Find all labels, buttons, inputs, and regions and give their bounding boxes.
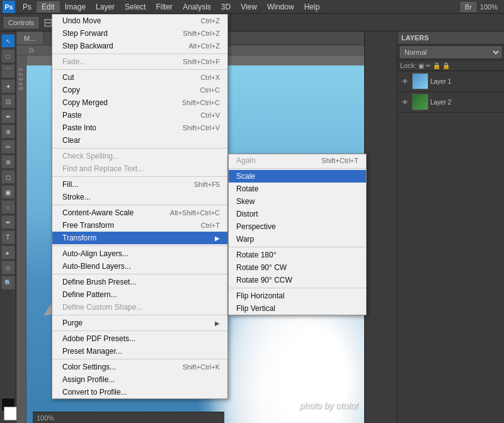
submenu-item-warp[interactable]: Warp — [229, 233, 366, 245]
menu-edit[interactable]: Edit — [37, 1, 60, 13]
menu-item-preset-manager[interactable]: Preset Manager... — [52, 345, 227, 358]
menu-item-paste-into[interactable]: Paste Into Shift+Ctrl+V — [52, 121, 227, 134]
menu-item-free-transform[interactable]: Free Transform Ctrl+T — [52, 219, 227, 232]
menu-item-content-aware-scale[interactable]: Content-Aware Scale Alt+Shift+Ctrl+C — [52, 206, 227, 219]
submenu-item-perspective[interactable]: Perspective — [229, 220, 366, 233]
menu-item-cut[interactable]: Cut Ctrl+X — [52, 71, 227, 84]
magic-wand-tool[interactable]: ✦ — [1, 79, 15, 93]
menu-item-define-pattern[interactable]: Define Pattern... — [52, 288, 227, 301]
submenu-item-distort[interactable]: Distort — [229, 208, 366, 220]
menu-item-assign-profile[interactable]: Assign Profile... — [52, 373, 227, 386]
menu-item-adobe-pdf-presets[interactable]: Adobe PDF Presets... — [52, 332, 227, 345]
menu-view[interactable]: View — [236, 1, 262, 13]
zoom-tool[interactable]: 🔍 — [1, 276, 15, 290]
submenu-item-scale[interactable]: Scale — [229, 170, 366, 183]
menu-item-copy[interactable]: Copy Ctrl+C — [52, 84, 227, 96]
dodge-tool[interactable]: ○ — [1, 200, 15, 214]
layer-mode-select[interactable]: Normal — [400, 47, 501, 58]
menu-item-auto-blend-layers[interactable]: Auto-Blend Layers... — [52, 260, 227, 273]
ruler-vertical: 1 2 3 4 5 — [16, 55, 26, 423]
crop-tool[interactable]: ⊡ — [1, 94, 15, 108]
menu-item-find-replace: Find and Replace Text... — [52, 162, 227, 175]
menu-select[interactable]: Select — [120, 1, 151, 13]
layer-item-2[interactable]: 👁 Layer 2 — [398, 92, 504, 113]
edit-menu[interactable]: Undo Move Ctrl+Z Step Forward Shift+Ctrl… — [52, 14, 228, 399]
brush-tool[interactable]: ✏ — [1, 140, 15, 154]
menu-file[interactable]: Ps — [18, 1, 37, 13]
path-selection-tool[interactable]: ▸ — [1, 245, 15, 259]
menu-item-step-forward[interactable]: Step Forward Shift+Ctrl+Z — [52, 27, 227, 40]
menu-analysis[interactable]: Analysis — [178, 1, 216, 13]
eraser-tool[interactable]: ◻ — [1, 170, 15, 184]
lock-image-icon[interactable]: ✏ — [426, 62, 431, 69]
bridge-button[interactable]: Br — [461, 2, 476, 12]
zoom-level: 100% — [37, 414, 54, 422]
canvas-tab[interactable]: M... — [16, 31, 43, 45]
menu-image[interactable]: Image — [60, 1, 91, 13]
menu-help[interactable]: Help — [299, 1, 325, 13]
background-color[interactable] — [4, 407, 18, 420]
type-tool[interactable]: T — [1, 230, 15, 244]
menu-filter[interactable]: Filter — [151, 1, 178, 13]
submenu-item-skew[interactable]: Skew — [229, 195, 366, 208]
menu-sep-9 — [52, 330, 227, 331]
menu-sep-1 — [52, 54, 227, 54]
move-tool[interactable]: ↖ — [1, 34, 15, 48]
status-bar: 100% — [33, 412, 224, 423]
layer-eye-1[interactable]: 👁 — [400, 76, 410, 86]
layers-controls: Normal — [398, 45, 504, 60]
menu-item-fill[interactable]: Fill... Shift+F5 — [52, 178, 227, 191]
menu-item-paste[interactable]: Paste Ctrl+V — [52, 109, 227, 121]
submenu-item-again: Again Shift+Ctrl+T — [229, 154, 366, 167]
menu-item-fade: Fade... Shift+Ctrl+F — [52, 55, 227, 68]
layer-eye-2[interactable]: 👁 — [400, 97, 410, 107]
ps-logo: Ps — [3, 1, 15, 13]
healing-brush-tool[interactable]: ⊕ — [1, 125, 15, 138]
layers-scroll-area — [398, 113, 504, 423]
clone-stamp-tool[interactable]: ⊗ — [1, 155, 15, 169]
left-toolbar: ↖ □ ⌒ ✦ ⊡ ✒ ⊕ ✏ ⊗ ◻ ▣ ○ ✒ T ▸ ◇ 🔍 — [0, 31, 16, 423]
layer-item-1[interactable]: 👁 Layer 1 — [398, 71, 504, 92]
menu-item-undo-move[interactable]: Undo Move Ctrl+Z — [52, 14, 227, 27]
pen-tool[interactable]: ✒ — [1, 215, 15, 229]
menu-item-step-backward[interactable]: Step Backward Alt+Ctrl+Z — [52, 40, 227, 52]
lasso-tool[interactable]: ⌒ — [1, 64, 15, 78]
menu-item-define-brush-preset[interactable]: Define Brush Preset... — [52, 276, 227, 288]
shape-tool[interactable]: ◇ — [1, 261, 15, 274]
transform-submenu[interactable]: Again Shift+Ctrl+T Scale Rotate Skew Dis… — [228, 154, 367, 315]
submenu-item-rotate-90-ccw[interactable]: Rotate 90° CCW — [229, 274, 366, 286]
submenu-item-flip-horizontal[interactable]: Flip Horizontal — [229, 290, 366, 302]
menu-3d[interactable]: 3D — [216, 1, 236, 13]
menu-item-copy-merged[interactable]: Copy Merged Shift+Ctrl+C — [52, 96, 227, 109]
marquee-tool[interactable]: □ — [1, 49, 15, 63]
eyedropper-tool[interactable]: ✒ — [1, 110, 15, 123]
menu-item-auto-align-layers[interactable]: Auto-Align Layers... — [52, 247, 227, 260]
layer-name-2: Layer 2 — [430, 99, 501, 106]
menu-item-transform[interactable]: Transform ▶ — [52, 232, 227, 244]
layers-panel: LAYERS Normal Lock: ▣ ✏ 🔒 🔒 👁 Layer 1 👁 … — [397, 31, 504, 423]
menu-window[interactable]: Window — [262, 1, 299, 13]
menu-item-clear[interactable]: Clear — [52, 134, 227, 147]
submenu-item-rotate[interactable]: Rotate — [229, 183, 366, 195]
lock-all-icon[interactable]: 🔒 — [442, 62, 450, 69]
lock-position-icon[interactable]: 🔒 — [433, 62, 440, 69]
menu-sep-8 — [52, 315, 227, 315]
menu-sep-6 — [52, 245, 227, 246]
menu-item-convert-to-profile[interactable]: Convert to Profile... — [52, 386, 227, 398]
menu-item-stroke[interactable]: Stroke... — [52, 191, 227, 203]
layer-name-1: Layer 1 — [430, 78, 501, 85]
menu-layer[interactable]: Layer — [91, 1, 120, 13]
options-btn-1[interactable]: Controls — [4, 17, 38, 28]
lock-transparent-icon[interactable]: ▣ — [418, 62, 424, 69]
menu-sep-3 — [52, 148, 227, 149]
layer-thumb-2 — [412, 94, 428, 110]
menu-item-purge[interactable]: Purge ▶ — [52, 317, 227, 329]
submenu-item-flip-vertical[interactable]: Flip Vertical — [229, 302, 366, 315]
gradient-tool[interactable]: ▣ — [1, 185, 15, 199]
layers-panel-title: LAYERS — [398, 31, 504, 45]
menu-item-color-settings[interactable]: Color Settings... Shift+Ctrl+K — [52, 361, 227, 373]
submenu-item-rotate-180[interactable]: Rotate 180° — [229, 249, 366, 261]
menu-bar: Ps Ps Edit Image Layer Select Filter Ana… — [0, 0, 504, 14]
submenu-sep-3 — [229, 288, 366, 288]
submenu-item-rotate-90-cw[interactable]: Rotate 90° CW — [229, 261, 366, 274]
